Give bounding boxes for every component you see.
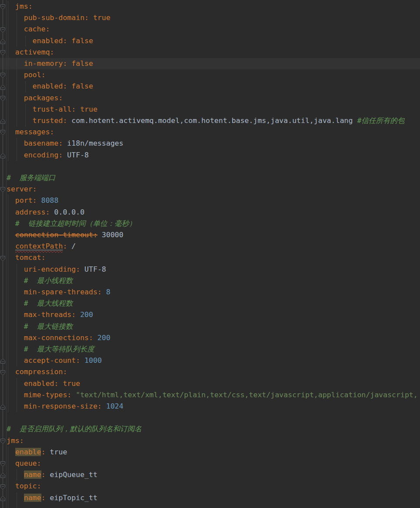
code-line[interactable]: # 是否启用队列，默认的队列名和订阅名: [0, 423, 420, 435]
code-line[interactable]: [0, 161, 420, 172]
token-comment: # 是否启用队列，默认的队列名和订阅名: [7, 425, 142, 433]
fold-end-icon[interactable]: [0, 358, 6, 366]
token-key: cache:: [7, 25, 50, 33]
code-line[interactable]: [0, 412, 420, 423]
token-key-highlighted: name: [24, 494, 41, 502]
fold-end-icon[interactable]: [0, 118, 6, 126]
token-key: queue:: [7, 459, 41, 467]
code-line[interactable]: pub-sub-domain: true: [0, 12, 420, 24]
code-line[interactable]: name: eipTopic_tt: [0, 492, 420, 504]
token-key: min-spare-threads:: [7, 288, 102, 296]
fold-collapse-icon[interactable]: [0, 129, 6, 137]
code-line[interactable]: min-spare-threads: 8: [0, 286, 420, 298]
token-key: mime-types:: [7, 391, 71, 399]
code-line[interactable]: address: 0.0.0.0: [0, 207, 420, 218]
code-line[interactable]: port: 8088: [0, 195, 420, 206]
token-key: :: [41, 494, 46, 502]
code-line[interactable]: server:: [0, 184, 420, 195]
fold-end-icon[interactable]: [0, 38, 6, 46]
token-comment: # 服务端端口: [7, 174, 55, 182]
token-key: :: [41, 448, 45, 456]
code-line[interactable]: encoding: UTF-8: [0, 150, 420, 161]
code-line[interactable]: basename: i18n/messages: [0, 138, 420, 149]
code-line[interactable]: topic:: [0, 481, 420, 492]
code-line[interactable]: uri-encoding: UTF-8: [0, 264, 420, 275]
yaml-editor[interactable]: jms: pub-sub-domain: true cache: enabled…: [0, 0, 420, 508]
fold-end-icon[interactable]: [0, 403, 6, 412]
code-line[interactable]: min-response-size: 1024: [0, 401, 420, 412]
token-key: jms:: [7, 2, 33, 10]
token-key-warning-wavy: contextPath: [15, 242, 63, 250]
code-line[interactable]: tomcat:: [0, 252, 420, 263]
fold-collapse-icon[interactable]: [0, 460, 6, 469]
code-line[interactable]: accept-count: 1000: [0, 355, 420, 366]
code-line[interactable]: # 链接建立超时时间（单位：毫秒）: [0, 218, 420, 229]
fold-collapse-icon[interactable]: [0, 27, 6, 35]
token-key: messages:: [7, 128, 54, 136]
token-key: :: [63, 242, 67, 250]
code-line[interactable]: compression:: [0, 366, 420, 378]
token-comment: # 最大线程数: [7, 299, 73, 307]
fold-collapse-icon[interactable]: [0, 255, 6, 263]
code-line[interactable]: max-threads: 200: [0, 309, 420, 320]
token-string: "text/html,text/xml,text/plain,text/css,…: [71, 391, 418, 399]
code-line[interactable]: connection-timeout: 30000: [0, 229, 420, 241]
fold-end-icon[interactable]: [0, 472, 6, 480]
token-value: 0.0.0.0: [50, 208, 84, 216]
code-line[interactable]: queue:: [0, 458, 420, 469]
code-line[interactable]: pool:: [0, 69, 420, 81]
token-whitespace: [7, 448, 15, 456]
fold-collapse-icon[interactable]: [0, 438, 6, 446]
fold-end-icon[interactable]: [0, 152, 6, 160]
fold-collapse-icon[interactable]: [0, 186, 6, 194]
fold-collapse-icon[interactable]: [0, 3, 6, 12]
code-line[interactable]: packages:: [0, 92, 420, 104]
code-line[interactable]: messages:: [0, 126, 420, 138]
code-line[interactable]: contextPath: /: [0, 241, 420, 252]
token-key: min-response-size:: [7, 402, 102, 410]
fold-end-icon[interactable]: [0, 495, 6, 503]
token-comment: # 最大等待队列长度: [7, 345, 95, 353]
token-key: tomcat:: [7, 253, 45, 262]
code-line[interactable]: jms:: [0, 435, 420, 447]
token-value: UTF-8: [63, 151, 89, 159]
code-line[interactable]: enabled: false: [0, 35, 420, 47]
token-comment: # 最大链接数: [7, 322, 73, 331]
code-line[interactable]: name: eipQueue_tt: [0, 469, 420, 481]
code-line[interactable]: enabled: false: [0, 81, 420, 92]
code-line[interactable]: mime-types: "text/html,text/xml,text/pla…: [0, 389, 420, 401]
token-value: 30000: [98, 231, 124, 239]
token-key: trust-all:: [7, 105, 76, 113]
token-whitespace: [7, 231, 15, 239]
fold-collapse-icon[interactable]: [0, 49, 6, 58]
code-line[interactable]: # 最大链接数: [0, 321, 420, 332]
token-key-warning: contextPath: [15, 242, 63, 250]
token-number: 200: [76, 310, 93, 319]
fold-end-icon[interactable]: [0, 84, 6, 92]
code-line[interactable]: # 最大线程数: [0, 298, 420, 309]
code-line[interactable]: trusted: com.hotent.activemq.model,com.h…: [0, 115, 420, 126]
token-boolean: true: [89, 14, 111, 22]
code-line[interactable]: activemq:: [0, 47, 420, 58]
code-area: jms: pub-sub-domain: true cache: enabled…: [0, 0, 420, 508]
fold-collapse-icon[interactable]: [0, 369, 6, 378]
token-key: pool:: [7, 71, 45, 79]
code-line[interactable]: # 最小线程数: [0, 275, 420, 286]
token-value: i18n/messages: [63, 139, 123, 147]
fold-collapse-icon[interactable]: [0, 484, 6, 492]
token-key: uri-encoding:: [7, 265, 80, 273]
code-line[interactable]: enable: true: [0, 447, 420, 458]
code-line[interactable]: cache:: [0, 24, 420, 35]
code-line[interactable]: max-connections: 200: [0, 332, 420, 344]
code-line[interactable]: # 服务端端口: [0, 172, 420, 184]
code-line[interactable]: # 最大等待队列长度: [0, 344, 420, 355]
code-line[interactable]: jms:: [0, 1, 420, 12]
token-key: server:: [7, 185, 37, 193]
token-key: enabled:: [7, 37, 67, 45]
fold-collapse-icon[interactable]: [0, 72, 6, 80]
code-line[interactable]: in-memory: false: [0, 58, 420, 69]
code-line[interactable]: trust-all: true: [0, 104, 420, 115]
fold-collapse-icon[interactable]: [0, 95, 6, 103]
code-line[interactable]: enabled: true: [0, 378, 420, 389]
token-whitespace: [7, 494, 24, 502]
